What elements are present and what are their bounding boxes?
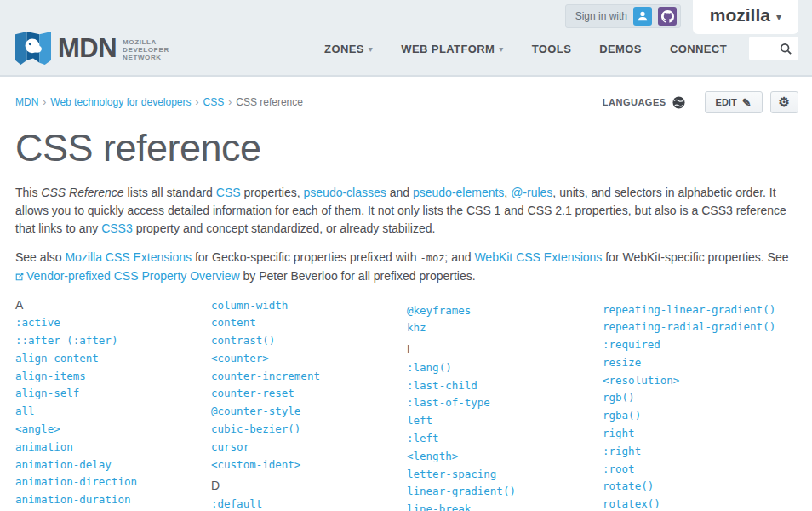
inline-link[interactable]: Mozilla CSS Extensions — [65, 250, 192, 264]
nav-item-tools[interactable]: TOOLS — [532, 43, 572, 55]
nav-item-zones[interactable]: ZONES▾ — [324, 43, 373, 55]
languages-button[interactable]: LANGUAGES — [603, 96, 685, 109]
index-entry-link[interactable]: contrast() — [211, 334, 275, 347]
mdn-flag-icon — [15, 31, 51, 66]
index-entry-link[interactable]: rotate() — [603, 479, 654, 492]
index-entry-link[interactable]: all — [15, 405, 35, 417]
index-entry: :right — [603, 442, 798, 460]
index-entry-link[interactable]: :lang() — [407, 361, 452, 374]
index-entry: letter-spacing — [407, 465, 603, 483]
index-section-letter: D — [211, 477, 407, 495]
index-entry-link[interactable]: counter-increment — [211, 370, 320, 382]
index-entry-link[interactable]: left — [407, 414, 432, 427]
index-entry-link[interactable]: cursor — [211, 440, 249, 453]
edit-button[interactable]: EDIT ✎ — [705, 91, 763, 113]
index-entry: <custom-ident> — [211, 456, 407, 474]
search-box[interactable] — [749, 37, 798, 60]
signin-github-button[interactable] — [658, 7, 677, 26]
breadcrumb-link[interactable]: MDN — [15, 96, 38, 108]
index-entry: @keyframes — [407, 301, 603, 319]
index-entry: :last-child — [407, 376, 603, 394]
index-column: repeating-linear-gradient()repeating-rad… — [603, 296, 798, 511]
index-entry-link[interactable]: <counter> — [211, 352, 269, 365]
index-entry: :lang() — [407, 359, 603, 376]
inline-link[interactable]: WebKit CSS Extensions — [474, 250, 602, 264]
inline-link[interactable]: CSS3 — [101, 221, 133, 235]
index-entry-link[interactable]: align-content — [15, 352, 99, 365]
index-entry: :default — [211, 495, 407, 511]
index-entry-link[interactable]: repeating-radial-gradient() — [603, 320, 775, 333]
external-link-icon — [15, 273, 24, 281]
breadcrumb-link[interactable]: Web technology for developers — [50, 96, 191, 108]
inline-link[interactable]: pseudo-classes — [304, 186, 386, 199]
intro-paragraph: See also Mozilla CSS Extensions for Geck… — [15, 249, 798, 285]
settings-button[interactable]: ⚙ — [770, 91, 798, 113]
edit-label: EDIT — [716, 97, 737, 107]
index-entry-link[interactable]: align-self — [15, 387, 79, 399]
mdn-logo[interactable]: MDN MOZILLADEVELOPERNETWORK — [15, 31, 169, 66]
breadcrumb-separator: › — [196, 96, 199, 108]
index-entry-link[interactable]: :right — [603, 445, 641, 457]
index-entry-link[interactable]: right — [603, 427, 635, 439]
index-entry-link[interactable]: align-items — [15, 370, 86, 382]
index-entry: :active — [15, 313, 211, 331]
mdn-logo-subtitle-line: NETWORK — [123, 54, 169, 61]
index-entry-link[interactable]: cubic-bezier() — [211, 422, 300, 435]
page-title: CSS reference — [15, 127, 798, 169]
search-input[interactable] — [756, 42, 780, 55]
breadcrumb-current: CSS reference — [236, 96, 303, 108]
index-entry-link[interactable]: line-break — [407, 502, 471, 511]
index-entry-link[interactable]: :required — [603, 338, 660, 351]
index-entry: <angle> — [15, 420, 211, 438]
index-entry-link[interactable]: @counter-style — [211, 405, 300, 417]
signin-widget: Sign in with — [565, 4, 681, 28]
index-entry-link[interactable]: :left — [407, 432, 439, 445]
index-entry-link[interactable]: animation-direction — [15, 475, 137, 488]
inline-link[interactable]: Vendor-prefixed CSS Property Overview — [15, 269, 240, 283]
inline-link[interactable]: pseudo-elements — [413, 186, 504, 199]
index-entry: <counter> — [211, 349, 407, 367]
index-entry: rgb() — [603, 388, 798, 406]
index-entry-link[interactable]: animation-delay — [15, 458, 112, 471]
index-entry-link[interactable]: <custom-ident> — [211, 458, 300, 471]
index-entry-link[interactable]: repeating-linear-gradient() — [603, 303, 775, 316]
signin-persona-button[interactable] — [633, 7, 652, 26]
mozilla-menu-tab[interactable]: mozilla ▾ — [693, 0, 798, 34]
index-entry: counter-reset — [211, 384, 407, 402]
index-entry-link[interactable]: column-width — [211, 299, 288, 312]
index-entry-link[interactable]: :last-child — [407, 379, 477, 392]
nav-item-web-platform[interactable]: WEB PLATFORM▾ — [401, 43, 503, 55]
index-entry-link[interactable]: :last-of-type — [407, 396, 490, 409]
inline-link[interactable]: @-rules — [511, 186, 552, 199]
index-entry-link[interactable]: ::after (:after) — [15, 334, 117, 347]
index-entry: repeating-radial-gradient() — [603, 318, 798, 336]
gear-icon: ⚙ — [779, 95, 790, 110]
index-entry-link[interactable]: linear-gradient() — [407, 485, 516, 497]
nav-item-connect[interactable]: CONNECT — [670, 43, 727, 55]
index-entry-link[interactable]: resize — [603, 356, 641, 369]
index-entry-link[interactable]: khz — [407, 321, 426, 334]
index-entry-link[interactable]: animation-duration — [15, 493, 130, 506]
index-entry-link[interactable]: counter-reset — [211, 387, 294, 399]
index-entry-link[interactable]: :active — [15, 316, 60, 329]
search-icon[interactable] — [780, 43, 792, 55]
brand-row: MDN MOZILLADEVELOPERNETWORK ZONES▾WEB PL… — [0, 0, 812, 66]
index-entry: linear-gradient() — [407, 482, 603, 500]
index-entry-link[interactable]: animation — [15, 440, 73, 453]
index-entry-link[interactable]: <resolution> — [603, 374, 679, 387]
index-entry-link[interactable]: rgb() — [603, 391, 635, 404]
pencil-icon: ✎ — [742, 96, 752, 109]
index-entry-link[interactable]: @keyframes — [407, 304, 471, 317]
index-entry-link[interactable]: rotatex() — [603, 497, 660, 510]
index-entry-link[interactable]: :root — [603, 462, 635, 475]
index-entry-link[interactable]: rgba() — [603, 409, 641, 422]
index-entry-link[interactable]: :default — [211, 497, 262, 510]
nav-item-demos[interactable]: DEMOS — [599, 43, 642, 55]
italic-text: CSS Reference — [41, 186, 123, 199]
index-entry-link[interactable]: <angle> — [15, 422, 60, 435]
inline-link[interactable]: CSS — [216, 186, 241, 199]
index-entry-link[interactable]: content — [211, 316, 256, 329]
index-entry-link[interactable]: letter-spacing — [407, 468, 496, 480]
index-entry-link[interactable]: <length> — [407, 450, 458, 462]
breadcrumb-link[interactable]: CSS — [203, 96, 225, 108]
